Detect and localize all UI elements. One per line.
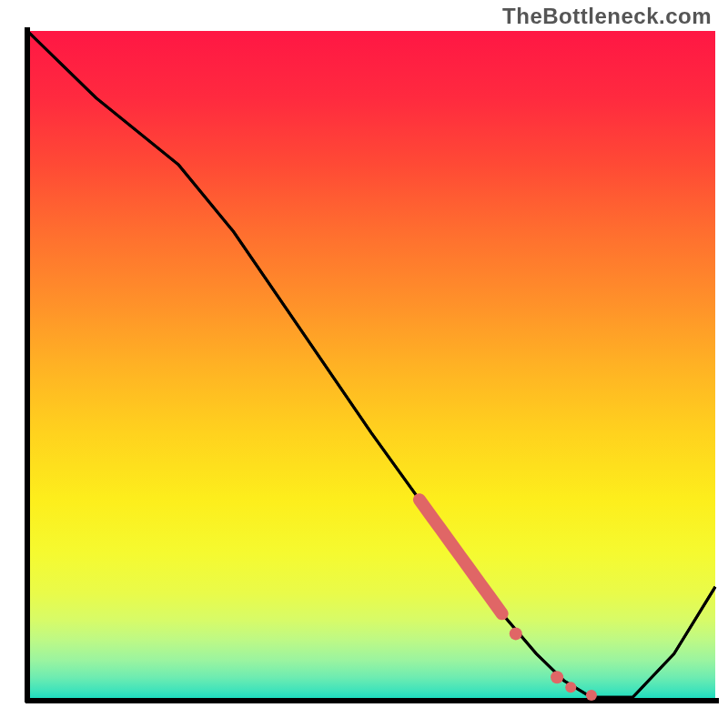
highlight-dot [586,690,597,701]
plot-background [27,31,715,701]
watermark-text: TheBottleneck.com [502,4,712,29]
highlight-dot [551,671,563,683]
highlight-dot [510,627,522,640]
highlight-dot [565,682,576,693]
plot-area [25,27,719,703]
chart-container: TheBottleneck.com [0,0,728,728]
bottleneck-chart [0,0,728,728]
